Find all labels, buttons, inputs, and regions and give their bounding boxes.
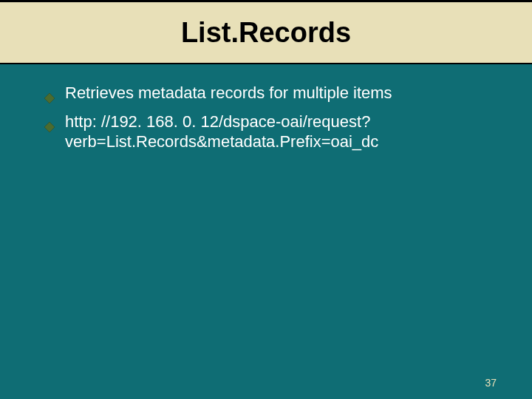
svg-marker-1 xyxy=(44,122,55,132)
bullet-text: Retrieves metadata records for multiple … xyxy=(65,83,495,103)
list-item: http: //192. 168. 0. 12/dspace-oai/reque… xyxy=(44,112,495,152)
diamond-bullet-icon xyxy=(44,88,55,109)
svg-marker-0 xyxy=(44,93,55,103)
slide-body: Retrieves metadata records for multiple … xyxy=(44,83,495,155)
diamond-bullet-icon xyxy=(44,117,55,137)
list-item: Retrieves metadata records for multiple … xyxy=(44,83,495,109)
page-number: 37 xyxy=(485,377,497,389)
bullet-text: http: //192. 168. 0. 12/dspace-oai/reque… xyxy=(65,112,495,152)
title-band: List.Records xyxy=(0,2,532,64)
slide: List.Records Retrieves metadata records … xyxy=(0,0,532,399)
slide-title: List.Records xyxy=(181,17,351,49)
